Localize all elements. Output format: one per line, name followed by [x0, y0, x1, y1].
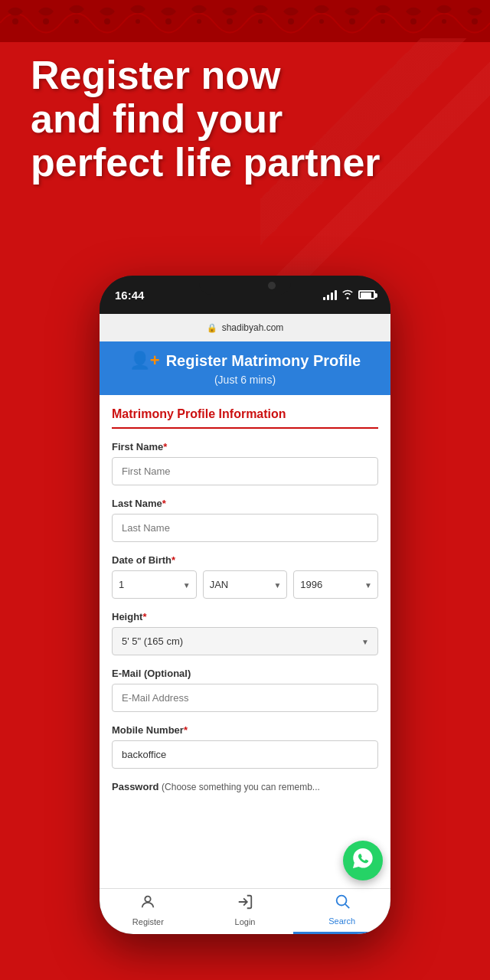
wifi-icon — [341, 289, 354, 302]
last-name-group: Last Name* — [112, 498, 378, 542]
top-decoration — [0, 0, 490, 42]
svg-point-4 — [104, 18, 110, 24]
hero-text: Register now and find your perfect life … — [31, 54, 381, 185]
phone-mockup: 16:44 — [100, 276, 390, 934]
hero-line1: Register now — [31, 54, 381, 97]
first-name-group: First Name* — [112, 441, 378, 485]
form-container: Matrimony Profile Information First Name… — [100, 395, 390, 888]
dob-month-select[interactable]: JAN FEB MAR — [203, 570, 288, 599]
whatsapp-button[interactable] — [343, 841, 383, 880]
password-group: Password (Choose something you can remem… — [112, 781, 378, 792]
app-header-subtitle: (Just 6 mins) — [112, 374, 378, 386]
dob-group: Date of Birth* 1 2 3 ▼ — [112, 554, 378, 599]
svg-point-3 — [74, 19, 79, 24]
email-input[interactable] — [112, 684, 378, 712]
mobile-label: Mobile Number* — [112, 724, 378, 736]
svg-point-12 — [349, 18, 355, 24]
height-select[interactable]: 5' 5" (165 cm) 5' 0" (152 cm) 6' 0" (182… — [112, 627, 378, 655]
mobile-group: Mobile Number* — [112, 724, 378, 769]
hero-line3: perfect life partner — [31, 141, 381, 185]
first-name-input[interactable] — [112, 457, 378, 485]
dob-month-wrap: JAN FEB MAR ▼ — [203, 570, 288, 599]
svg-point-14 — [410, 18, 416, 24]
email-label: E-Mail (Optional) — [112, 668, 378, 679]
phone-camera — [268, 282, 276, 289]
dob-year-wrap: 1996 1997 1995 ▼ — [293, 570, 378, 599]
height-group: Height* 5' 5" (165 cm) 5' 0" (152 cm) 6'… — [112, 611, 378, 655]
password-label: Password (Choose something you can remem… — [112, 781, 378, 792]
svg-point-16 — [472, 18, 478, 24]
whatsapp-icon — [351, 847, 374, 875]
dob-year-select[interactable]: 1996 1997 1995 — [293, 570, 378, 599]
svg-point-9 — [258, 19, 263, 24]
phone-content: 👤+ Register Matrimony Profile (Just 6 mi… — [100, 341, 390, 888]
phone-notch — [199, 276, 291, 295]
status-bar: 16:44 — [100, 276, 390, 314]
dob-label: Date of Birth* — [112, 554, 378, 566]
dob-day-select[interactable]: 1 2 3 — [112, 570, 197, 599]
svg-point-1 — [12, 18, 18, 24]
email-group: E-Mail (Optional) — [112, 668, 378, 712]
form-section-title: Matrimony Profile Information — [112, 407, 378, 429]
status-icons — [323, 289, 375, 302]
app-header: 👤+ Register Matrimony Profile (Just 6 mi… — [100, 341, 390, 395]
lock-icon: 🔒 — [207, 323, 217, 333]
svg-point-5 — [136, 19, 140, 24]
svg-point-2 — [43, 18, 49, 24]
svg-point-6 — [165, 18, 172, 24]
app-header-title: 👤+ Register Matrimony Profile — [112, 351, 378, 371]
svg-point-8 — [227, 18, 233, 24]
svg-point-11 — [319, 19, 324, 24]
first-name-label: First Name* — [112, 441, 378, 452]
svg-point-15 — [442, 19, 446, 24]
svg-rect-0 — [0, 0, 490, 42]
svg-point-10 — [288, 18, 294, 24]
status-time: 16:44 — [115, 289, 144, 302]
battery-icon — [358, 290, 375, 299]
mobile-input[interactable] — [112, 740, 378, 769]
browser-url: shadibyah.com — [222, 322, 284, 333]
last-name-label: Last Name* — [112, 498, 378, 509]
hero-line2: and find your — [31, 97, 381, 141]
browser-bar: 🔒 shadibyah.com — [100, 314, 390, 341]
user-plus-icon: 👤+ — [129, 351, 160, 371]
height-select-wrap: 5' 5" (165 cm) 5' 0" (152 cm) 6' 0" (182… — [112, 627, 378, 655]
dob-day-wrap: 1 2 3 ▼ — [112, 570, 197, 599]
background: Register now and find your perfect life … — [0, 0, 490, 980]
height-label: Height* — [112, 611, 378, 622]
last-name-input[interactable] — [112, 514, 378, 542]
svg-point-7 — [197, 19, 201, 24]
svg-point-13 — [381, 19, 385, 24]
dob-row: 1 2 3 ▼ JAN FEB MAR ▼ — [112, 570, 378, 599]
signal-icon — [323, 289, 337, 300]
